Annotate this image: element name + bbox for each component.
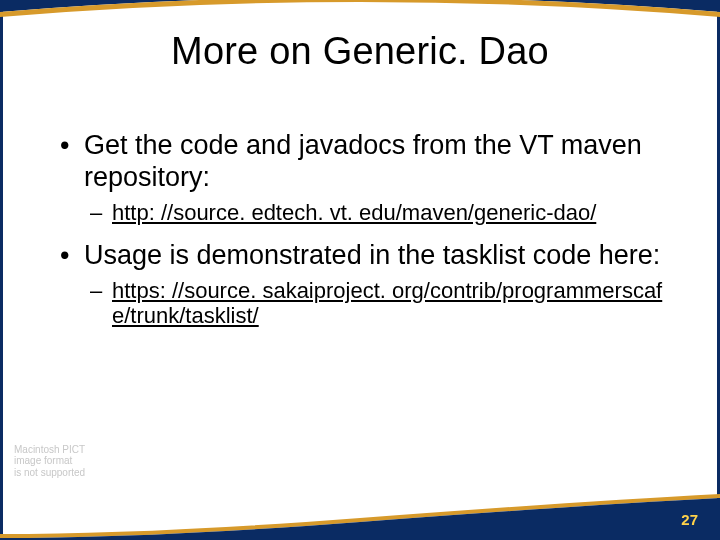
dash-icon: – — [90, 200, 112, 226]
bullet-text: Get the code and javadocs from the VT ma… — [84, 130, 670, 194]
slide-body: • Get the code and javadocs from the VT … — [60, 130, 670, 343]
page-number: 27 — [681, 511, 698, 528]
link-text[interactable]: http: //source. edtech. vt. edu/maven/ge… — [112, 200, 596, 226]
bullet-text: Usage is demonstrated in the tasklist co… — [84, 240, 670, 272]
bullet-item: • Usage is demonstrated in the tasklist … — [60, 240, 670, 272]
bullet-item: • Get the code and javadocs from the VT … — [60, 130, 670, 194]
sub-bullet: – https: //source. sakaiproject. org/con… — [60, 278, 670, 330]
image-placeholder-text: Macintosh PICT image format is not suppo… — [14, 444, 85, 479]
bullet-dot-icon: • — [60, 130, 84, 194]
top-arc-decoration — [0, 0, 720, 30]
slide: More on Generic. Dao • Get the code and … — [0, 0, 720, 540]
dash-icon: – — [90, 278, 112, 330]
slide-title: More on Generic. Dao — [0, 30, 720, 73]
bottom-arc-decoration — [0, 492, 720, 540]
sub-bullet: – http: //source. edtech. vt. edu/maven/… — [60, 200, 670, 226]
left-border — [0, 0, 3, 540]
link-text[interactable]: https: //source. sakaiproject. org/contr… — [112, 278, 670, 330]
bullet-dot-icon: • — [60, 240, 84, 272]
